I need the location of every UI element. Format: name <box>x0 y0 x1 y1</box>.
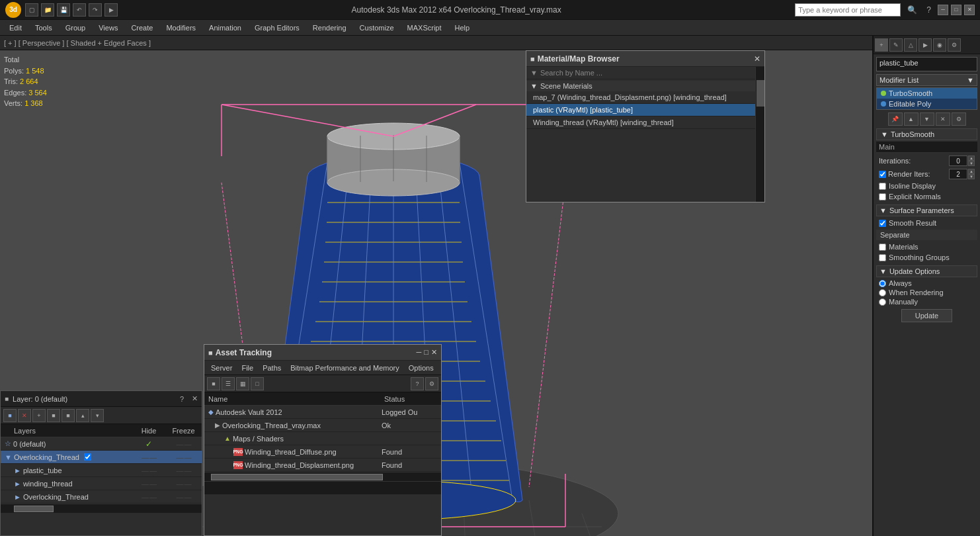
layer-row-1[interactable]: ▼ Overlocking_Thread — — — — <box>1 451 202 464</box>
at-menu-bitmap[interactable]: Bitmap Performance and Memory <box>286 363 403 373</box>
render-btn[interactable]: ▶ <box>104 3 118 17</box>
at-input[interactable] <box>204 482 441 494</box>
mat-scrollbar[interactable] <box>755 67 764 202</box>
mat-item-1[interactable]: plastic (VRayMtl) [plastic_tube] <box>526 104 764 116</box>
at-tool-4[interactable]: □ <box>251 377 264 390</box>
at-minimize-btn[interactable]: ─ <box>417 348 422 357</box>
smoothing-groups-checkbox[interactable] <box>879 254 886 261</box>
layer-row-2[interactable]: ► plastic_tube — — — — <box>1 464 202 477</box>
layers-close-btn[interactable]: ✕ <box>192 394 198 403</box>
at-row-3[interactable]: PNG Winding_thread_Diffuse.png Found <box>204 445 441 459</box>
render-iters-input[interactable]: 2 <box>949 169 967 179</box>
rpanel-tab-create[interactable]: + <box>875 38 888 52</box>
iterations-up-btn[interactable]: ▲ <box>968 156 975 161</box>
mat-item-2[interactable]: Winding_thread (VRayMtl) [winding_thread… <box>526 116 764 129</box>
menu-views[interactable]: Views <box>92 22 124 33</box>
layers-tool-select-obj[interactable]: ■ <box>61 409 75 422</box>
surface-params-btn[interactable]: ▼ Surface Parameters <box>876 204 977 216</box>
rpanel-tab-modify[interactable]: ✎ <box>889 38 903 52</box>
menu-animation[interactable]: Animation <box>202 22 248 33</box>
iterations-spinner[interactable]: 0 ▲ ▼ <box>949 156 975 166</box>
mod-item-turbosmooth[interactable]: TurboSmooth <box>877 88 977 99</box>
render-iters-up-btn[interactable]: ▲ <box>968 169 975 174</box>
redo-btn[interactable]: ↷ <box>89 3 102 17</box>
open-btn[interactable]: 📁 <box>41 3 54 17</box>
scene-materials-header[interactable]: ▼ Scene Materials <box>526 81 764 91</box>
at-row-1[interactable]: ▶ Overlocking_Thread_vray.max Ok <box>204 419 441 432</box>
layers-tool-current[interactable]: ■ <box>3 409 17 422</box>
mod-item-editablepoly[interactable]: Editable Poly <box>877 99 977 109</box>
at-row-0[interactable]: ◆ Autodesk Vault 2012 Logged Ou <box>204 406 441 419</box>
new-btn[interactable]: ▢ <box>25 3 38 17</box>
menu-create[interactable]: Create <box>124 22 159 33</box>
update-btn[interactable]: Update <box>901 309 952 322</box>
search-icon[interactable]: 🔍 <box>905 4 920 16</box>
mat-close-btn[interactable]: ✕ <box>754 54 760 64</box>
menu-modifiers[interactable]: Modifiers <box>159 22 202 33</box>
3d-viewport[interactable]: Total Polys: 1 548 Tris: 2 664 Edges: 3 … <box>0 50 872 536</box>
always-radio[interactable] <box>879 280 886 287</box>
at-settings-btn[interactable]: ⚙ <box>425 377 438 390</box>
smooth-result-checkbox[interactable] <box>879 220 886 227</box>
at-row-4[interactable]: PNG Winding_thread_Displasment.png Found <box>204 459 441 472</box>
minimize-btn[interactable]: ─ <box>938 5 948 15</box>
mat-scroll-thumb[interactable] <box>756 80 764 107</box>
at-row-2[interactable]: ▲ Maps / Shaders <box>204 432 441 445</box>
manually-radio[interactable] <box>879 298 886 306</box>
at-input-row[interactable] <box>204 481 441 494</box>
save-btn[interactable]: 💾 <box>57 3 70 17</box>
render-iters-spinner[interactable]: 2 ▲ ▼ <box>949 169 975 179</box>
collapse-arrow-icon[interactable]: ▼ <box>530 69 538 77</box>
layer-1-checkbox[interactable] <box>84 453 91 461</box>
at-menu-server[interactable]: Server <box>207 363 236 373</box>
search-input[interactable] <box>798 6 897 14</box>
at-tool-1[interactable]: ■ <box>207 377 220 390</box>
menu-group[interactable]: Group <box>59 22 93 33</box>
layers-tool-add-obj[interactable]: ▴ <box>76 409 89 422</box>
menu-rendering[interactable]: Rendering <box>306 22 353 33</box>
mod-move-down-btn[interactable]: ▼ <box>920 112 934 126</box>
menu-help[interactable]: Help <box>448 22 477 33</box>
layers-scroll-thumb[interactable] <box>14 506 54 512</box>
at-tool-2[interactable]: ☰ <box>222 377 235 390</box>
layer-row-3[interactable]: ► winding_thread — — — — <box>1 477 202 490</box>
at-help-btn[interactable]: ? <box>411 377 424 390</box>
layers-tool-delete[interactable]: ✕ <box>18 409 31 422</box>
menu-maxscript[interactable]: MAXScript <box>401 22 448 33</box>
layer-row-4[interactable]: ► Overlocking_Thread — — — — <box>1 490 202 504</box>
mod-pin-btn[interactable]: 📌 <box>888 112 903 126</box>
layers-help-btn[interactable]: ? <box>180 395 184 403</box>
undo-btn[interactable]: ↶ <box>73 3 86 17</box>
layers-hscrollbar[interactable] <box>1 504 202 513</box>
layer-row-0[interactable]: ☆ 0 (default) ✓ — — <box>1 437 202 451</box>
at-close-btn[interactable]: ✕ <box>431 348 437 357</box>
modifier-name-field[interactable]: plastic_tube <box>876 57 977 71</box>
at-restore-btn[interactable]: □ <box>424 348 429 357</box>
rpanel-tab-utilities[interactable]: ⚙ <box>948 38 961 52</box>
mod-options-btn[interactable]: ⚙ <box>952 112 966 126</box>
rpanel-tab-hierarchy[interactable]: △ <box>904 38 917 52</box>
update-options-btn[interactable]: ▼ Update Options <box>876 265 977 277</box>
isoline-checkbox[interactable] <box>879 183 886 190</box>
at-menu-options[interactable]: Options <box>405 363 438 373</box>
turbosmooth-section-btn[interactable]: ▼ TurboSmooth <box>876 128 977 140</box>
menu-edit[interactable]: Edit <box>3 22 28 33</box>
at-menu-file[interactable]: File <box>237 363 257 373</box>
iterations-input[interactable]: 0 <box>949 156 967 166</box>
layers-tool-select[interactable]: ■ <box>47 409 60 422</box>
at-scroll-thumb[interactable] <box>211 474 383 480</box>
menu-graph-editors[interactable]: Graph Editors <box>248 22 306 33</box>
menu-tools[interactable]: Tools <box>28 22 59 33</box>
rpanel-tab-motion[interactable]: ▶ <box>919 38 932 52</box>
close-btn[interactable]: ✕ <box>964 5 975 15</box>
rpanel-tab-display[interactable]: ◉ <box>933 38 946 52</box>
mod-move-up-btn[interactable]: ▲ <box>904 112 919 126</box>
render-iters-checkbox[interactable] <box>879 171 886 178</box>
help-icon[interactable]: ? <box>924 4 934 16</box>
materials-checkbox[interactable] <box>879 244 886 251</box>
search-box[interactable] <box>795 3 901 17</box>
at-tool-3[interactable]: ▦ <box>236 377 249 390</box>
at-menu-paths[interactable]: Paths <box>259 363 285 373</box>
menu-customize[interactable]: Customize <box>353 22 401 33</box>
mod-delete-btn[interactable]: ✕ <box>936 112 950 126</box>
